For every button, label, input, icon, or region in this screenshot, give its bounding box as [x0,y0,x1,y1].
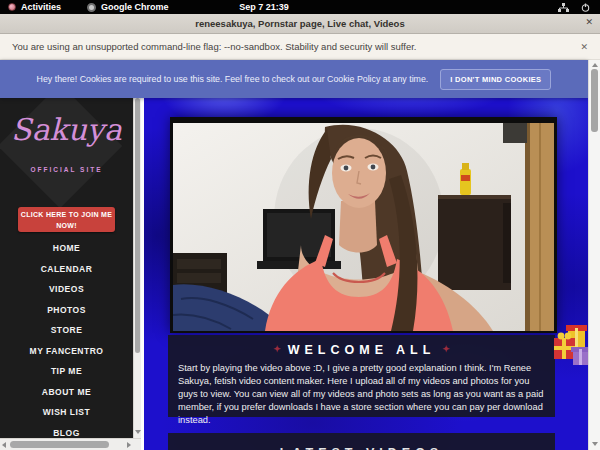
cookie-banner: Hey there! Cookies are required to use t… [0,60,588,98]
browser-scroll-thumb[interactable] [591,69,598,132]
welcome-section: ✦WELCOME ALL✦ Start by playing the video… [168,335,555,417]
welcome-title: WELCOME ALL [288,343,436,357]
welcome-paragraph: Start by playing the video above :D, I g… [178,362,545,427]
main-content: ✦WELCOME ALL✦ Start by playing the video… [144,60,588,450]
clock-button[interactable]: Sep 7 21:39 [0,2,528,12]
join-now-button[interactable]: CLICK HERE TO JOIN ME NOW! [18,207,115,232]
sidebar: Renee Sakuya OFFICIAL SITE CLICK HERE TO… [0,60,133,438]
network-icon[interactable] [558,3,569,12]
webcam-video-still [173,123,554,331]
chrome-infobar: You are using an unsupported command-lin… [0,34,600,60]
scroll-left-arrow-icon[interactable] [2,442,6,448]
webcam-video-player[interactable] [170,117,557,333]
window-title: reneesakuya, Pornstar page, Live chat, V… [195,18,404,29]
scroll-down-arrow-icon[interactable] [592,442,598,446]
page-viewport: Renee Sakuya OFFICIAL SITE CLICK HERE TO… [0,60,600,450]
window-title-bar: reneesakuya, Pornstar page, Live chat, V… [0,14,600,34]
cookie-accept-button[interactable]: I DON'T MIND COOKIES [440,69,551,90]
star-decor-icon: ✦ [442,344,450,354]
sidebar-menu: HOME CALENDAR VIDEOS PHOTOS STORE MY FAN… [0,238,133,438]
power-icon[interactable] [581,3,590,12]
scroll-up-arrow-icon[interactable] [592,63,598,67]
star-decor-icon: ✦ [273,344,281,354]
window-close-button[interactable]: ✕ [585,17,593,27]
cookie-message: Hey there! Cookies are required to use t… [37,74,429,84]
sidebar-item-photos[interactable]: PHOTOS [0,300,133,321]
infobar-close-button[interactable]: ✕ [580,42,588,52]
sidebar-horizontal-scrollbar[interactable] [0,438,141,450]
shelf [503,123,527,143]
sidebar-item-tip-me[interactable]: TIP ME [0,361,133,382]
welcome-heading: ✦WELCOME ALL✦ [168,335,555,357]
scroll-right-arrow-icon[interactable] [127,442,131,448]
sidebar-item-videos[interactable]: VIDEOS [0,279,133,300]
logo-tagline: OFFICIAL SITE [0,166,133,173]
sidebar-horizontal-scroll-thumb[interactable] [10,441,109,448]
dresser [438,195,511,290]
gnome-top-bar: Activities Google Chrome Sep 7 21:39 [0,0,600,14]
sidebar-vertical-scroll-thumb[interactable] [135,98,140,353]
latest-videos-section: LATEST VIDEOS [168,433,555,450]
sidebar-item-calendar[interactable]: CALENDAR [0,259,133,280]
sidebar-item-home[interactable]: HOME [0,238,133,259]
gifts-graphic [553,322,588,368]
infobar-message: You are using an unsupported command-lin… [12,41,417,52]
sidebar-item-wish-list[interactable]: WISH LIST [0,402,133,423]
browser-scrollbar[interactable] [588,60,600,450]
sidebar-item-about-me[interactable]: ABOUT ME [0,382,133,403]
sidebar-vertical-scrollbar[interactable] [133,60,141,438]
latest-videos-title: LATEST VIDEOS [168,433,555,450]
door [525,123,554,331]
logo-last-name: Sakuya [0,112,133,147]
sidebar-item-blog[interactable]: BLOG [0,423,133,439]
sidebar-item-store[interactable]: STORE [0,320,133,341]
sidebar-item-my-fancentro[interactable]: MY FANCENTRO [0,341,133,362]
